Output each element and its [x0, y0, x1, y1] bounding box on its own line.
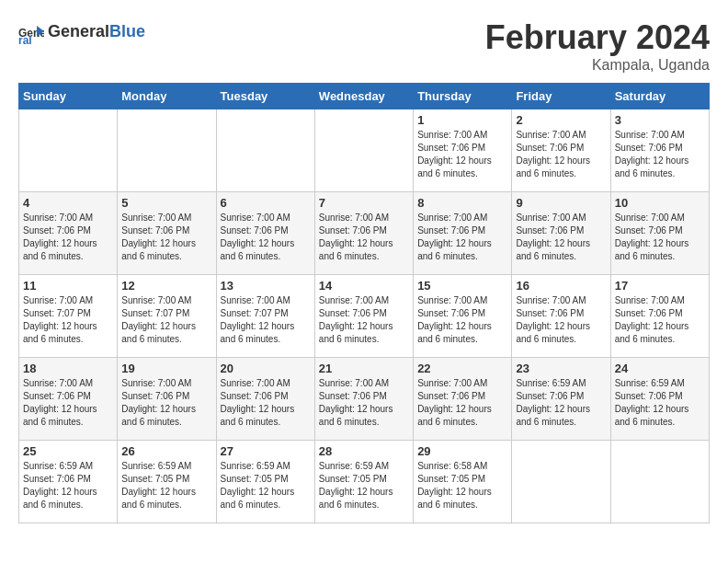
day-number: 7	[319, 196, 409, 210]
title-area: February 2024 Kampala, Uganda	[485, 18, 710, 74]
day-number: 13	[221, 279, 311, 293]
calendar-day: 17Sunrise: 7:00 AMSunset: 7:06 PMDayligh…	[610, 275, 709, 358]
calendar-day: 27Sunrise: 6:59 AMSunset: 7:05 PMDayligh…	[216, 441, 314, 523]
calendar-day	[512, 441, 610, 523]
calendar-day: 8Sunrise: 7:00 AMSunset: 7:06 PMDaylight…	[414, 192, 512, 275]
calendar-day	[118, 109, 216, 192]
calendar-day: 29Sunrise: 6:58 AMSunset: 7:05 PMDayligh…	[414, 441, 512, 523]
col-monday: Monday	[118, 84, 216, 109]
col-saturday: Saturday	[610, 84, 709, 109]
svg-text:ral: ral	[18, 34, 32, 44]
calendar-day: 12Sunrise: 7:00 AMSunset: 7:07 PMDayligh…	[118, 275, 216, 358]
day-number: 3	[615, 113, 705, 127]
day-info: Sunrise: 7:00 AMSunset: 7:06 PMDaylight:…	[615, 212, 705, 263]
day-info: Sunrise: 7:00 AMSunset: 7:06 PMDaylight:…	[121, 212, 211, 263]
day-info: Sunrise: 7:00 AMSunset: 7:07 PMDaylight:…	[23, 294, 113, 346]
calendar-day: 28Sunrise: 6:59 AMSunset: 7:05 PMDayligh…	[314, 441, 413, 523]
day-info: Sunrise: 7:00 AMSunset: 7:06 PMDaylight:…	[319, 294, 409, 346]
day-number: 18	[23, 362, 113, 375]
day-number: 2	[516, 113, 606, 127]
subtitle: Kampala, Uganda	[485, 57, 710, 74]
day-info: Sunrise: 7:00 AMSunset: 7:06 PMDaylight:…	[615, 129, 705, 180]
day-number: 8	[417, 196, 507, 210]
day-number: 10	[615, 196, 705, 210]
calendar-day: 23Sunrise: 6:59 AMSunset: 7:06 PMDayligh…	[512, 358, 610, 441]
day-number: 14	[319, 279, 409, 293]
day-info: Sunrise: 7:00 AMSunset: 7:06 PMDaylight:…	[615, 294, 705, 346]
day-info: Sunrise: 7:00 AMSunset: 7:06 PMDaylight:…	[516, 294, 606, 346]
calendar-day: 25Sunrise: 6:59 AMSunset: 7:06 PMDayligh…	[19, 441, 118, 523]
calendar-day	[216, 109, 314, 192]
day-number: 23	[516, 362, 606, 375]
main-title: February 2024	[485, 18, 710, 57]
day-info: Sunrise: 7:00 AMSunset: 7:06 PMDaylight:…	[23, 212, 113, 263]
col-thursday: Thursday	[414, 84, 512, 109]
calendar-day: 15Sunrise: 7:00 AMSunset: 7:06 PMDayligh…	[414, 275, 512, 358]
calendar-day: 1Sunrise: 7:00 AMSunset: 7:06 PMDaylight…	[414, 109, 512, 192]
day-info: Sunrise: 7:00 AMSunset: 7:06 PMDaylight:…	[417, 377, 507, 429]
day-number: 4	[23, 196, 113, 210]
calendar-day	[19, 109, 118, 192]
calendar-day: 6Sunrise: 7:00 AMSunset: 7:06 PMDaylight…	[216, 192, 314, 275]
calendar-day: 14Sunrise: 7:00 AMSunset: 7:06 PMDayligh…	[314, 275, 413, 358]
day-number: 28	[319, 444, 409, 458]
day-info: Sunrise: 6:58 AMSunset: 7:05 PMDaylight:…	[417, 460, 507, 511]
day-number: 22	[417, 362, 507, 375]
day-info: Sunrise: 7:00 AMSunset: 7:06 PMDaylight:…	[417, 129, 507, 180]
day-number: 6	[221, 196, 311, 210]
day-info: Sunrise: 6:59 AMSunset: 7:06 PMDaylight:…	[615, 377, 705, 429]
day-info: Sunrise: 7:00 AMSunset: 7:06 PMDaylight:…	[319, 377, 409, 429]
logo-text-blue: Blue	[109, 22, 145, 41]
day-number: 17	[615, 279, 705, 293]
calendar-day: 18Sunrise: 7:00 AMSunset: 7:06 PMDayligh…	[19, 358, 118, 441]
header: Gene ral General Blue February 2024 Kamp…	[18, 18, 710, 74]
calendar-day: 5Sunrise: 7:00 AMSunset: 7:06 PMDaylight…	[118, 192, 216, 275]
day-number: 12	[121, 279, 211, 293]
day-number: 1	[417, 113, 507, 127]
calendar-day: 22Sunrise: 7:00 AMSunset: 7:06 PMDayligh…	[414, 358, 512, 441]
day-info: Sunrise: 7:00 AMSunset: 7:06 PMDaylight:…	[516, 129, 606, 180]
logo-text-general: General	[48, 22, 109, 41]
day-info: Sunrise: 7:00 AMSunset: 7:07 PMDaylight:…	[221, 294, 311, 346]
day-number: 9	[516, 196, 606, 210]
day-number: 29	[417, 444, 507, 458]
day-info: Sunrise: 7:00 AMSunset: 7:06 PMDaylight:…	[319, 212, 409, 263]
day-number: 26	[121, 444, 211, 458]
day-number: 25	[23, 444, 113, 458]
calendar-day: 16Sunrise: 7:00 AMSunset: 7:06 PMDayligh…	[512, 275, 610, 358]
col-friday: Friday	[512, 84, 610, 109]
calendar-day: 3Sunrise: 7:00 AMSunset: 7:06 PMDaylight…	[610, 109, 709, 192]
day-info: Sunrise: 7:00 AMSunset: 7:06 PMDaylight:…	[221, 212, 311, 263]
col-tuesday: Tuesday	[216, 84, 314, 109]
calendar-day: 2Sunrise: 7:00 AMSunset: 7:06 PMDaylight…	[512, 109, 610, 192]
calendar-day: 24Sunrise: 6:59 AMSunset: 7:06 PMDayligh…	[610, 358, 709, 441]
calendar-table: Sunday Monday Tuesday Wednesday Thursday…	[18, 83, 710, 523]
day-number: 20	[221, 362, 311, 375]
day-number: 27	[221, 444, 311, 458]
day-info: Sunrise: 7:00 AMSunset: 7:06 PMDaylight:…	[121, 377, 211, 429]
calendar-day	[314, 109, 413, 192]
day-info: Sunrise: 6:59 AMSunset: 7:06 PMDaylight:…	[23, 460, 113, 511]
calendar-day: 11Sunrise: 7:00 AMSunset: 7:07 PMDayligh…	[19, 275, 118, 358]
logo: Gene ral General Blue	[18, 18, 145, 44]
day-info: Sunrise: 6:59 AMSunset: 7:05 PMDaylight:…	[221, 460, 311, 511]
calendar-day: 7Sunrise: 7:00 AMSunset: 7:06 PMDaylight…	[314, 192, 413, 275]
logo-icon: Gene ral	[18, 18, 44, 44]
calendar-week-2: 4Sunrise: 7:00 AMSunset: 7:06 PMDaylight…	[19, 192, 710, 275]
calendar-week-4: 18Sunrise: 7:00 AMSunset: 7:06 PMDayligh…	[19, 358, 710, 441]
day-number: 21	[319, 362, 409, 375]
calendar-day: 9Sunrise: 7:00 AMSunset: 7:06 PMDaylight…	[512, 192, 610, 275]
calendar-day	[610, 441, 709, 523]
calendar-week-3: 11Sunrise: 7:00 AMSunset: 7:07 PMDayligh…	[19, 275, 710, 358]
day-number: 16	[516, 279, 606, 293]
day-info: Sunrise: 6:59 AMSunset: 7:05 PMDaylight:…	[319, 460, 409, 511]
day-info: Sunrise: 6:59 AMSunset: 7:06 PMDaylight:…	[516, 377, 606, 429]
calendar-day: 20Sunrise: 7:00 AMSunset: 7:06 PMDayligh…	[216, 358, 314, 441]
calendar-day: 26Sunrise: 6:59 AMSunset: 7:05 PMDayligh…	[118, 441, 216, 523]
calendar-week-5: 25Sunrise: 6:59 AMSunset: 7:06 PMDayligh…	[19, 441, 710, 523]
day-info: Sunrise: 7:00 AMSunset: 7:06 PMDaylight:…	[516, 212, 606, 263]
calendar-day: 13Sunrise: 7:00 AMSunset: 7:07 PMDayligh…	[216, 275, 314, 358]
day-number: 24	[615, 362, 705, 375]
day-info: Sunrise: 7:00 AMSunset: 7:06 PMDaylight:…	[221, 377, 311, 429]
calendar-week-1: 1Sunrise: 7:00 AMSunset: 7:06 PMDaylight…	[19, 109, 710, 192]
